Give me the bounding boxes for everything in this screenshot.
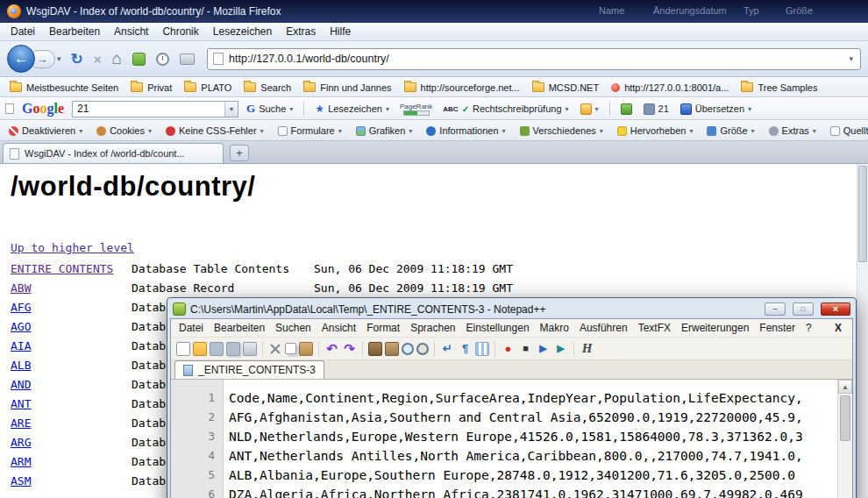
copy-icon[interactable] bbox=[285, 343, 296, 354]
feed-icon[interactable] bbox=[132, 53, 146, 66]
menu-datei[interactable]: Datei bbox=[4, 24, 42, 39]
zoom-out-icon[interactable] bbox=[416, 343, 429, 355]
country-link[interactable]: ALB bbox=[11, 359, 31, 372]
webdev-informationen[interactable]: Informationen▾ bbox=[421, 125, 510, 136]
webdev-quelltext[interactable]: Quelltext▾ bbox=[825, 125, 868, 136]
bookmark-sourceforge[interactable]: http://sourceforge.net... bbox=[398, 82, 526, 93]
code-area[interactable]: Code,Name,Continent,Region,SurfaceArea,I… bbox=[224, 380, 852, 498]
indent-guide-icon[interactable] bbox=[475, 342, 489, 356]
np-menu-format[interactable]: Format bbox=[361, 322, 405, 334]
np-menu-suchen[interactable]: Suchen bbox=[270, 322, 317, 334]
np-menu-bearbeiten[interactable]: Bearbeiten bbox=[209, 322, 270, 334]
country-link[interactable]: ARE bbox=[11, 416, 31, 430]
translate-button[interactable]: Übersetzen▾ bbox=[677, 102, 755, 117]
scroll-up-icon[interactable]: ▲ bbox=[838, 380, 852, 394]
entire-contents-link[interactable]: ENTIRE CONTENTS bbox=[11, 262, 113, 275]
menu-hilfe[interactable]: Hilfe bbox=[323, 24, 358, 39]
print-icon[interactable] bbox=[180, 53, 195, 65]
menu-extras[interactable]: Extras bbox=[279, 24, 323, 39]
bookmark-mcsd-net[interactable]: MCSD.NET bbox=[526, 82, 605, 93]
stop-macro-icon[interactable]: ■ bbox=[518, 341, 533, 356]
word-wrap-icon[interactable]: ↵ bbox=[440, 341, 455, 356]
np-menu-help[interactable]: ? bbox=[800, 322, 817, 334]
webdev-grafiken[interactable]: Grafiken▾ bbox=[351, 125, 418, 136]
undo-icon[interactable]: ↶ bbox=[324, 341, 339, 356]
np-menu-ausfuehren[interactable]: Ausführen bbox=[574, 322, 633, 334]
np-menu-ansicht[interactable]: Ansicht bbox=[317, 322, 361, 334]
stop-button[interactable]: × bbox=[94, 52, 102, 67]
np-menu-datei[interactable]: Datei bbox=[174, 322, 209, 334]
webdev-verschiedenes[interactable]: Verschiedenes▾ bbox=[515, 125, 608, 136]
browser-scrollbar[interactable] bbox=[857, 164, 868, 498]
search-history-dropdown[interactable]: ▾ bbox=[224, 102, 238, 117]
pagerank-indicator[interactable]: PageRank bbox=[397, 103, 435, 116]
maximize-button[interactable]: □ bbox=[793, 302, 814, 316]
play-macro-icon[interactable]: ▶ bbox=[536, 341, 551, 356]
webdev-formulare[interactable]: Formulare▾ bbox=[273, 125, 347, 136]
webdev-deaktivieren[interactable]: Deaktivieren▾ bbox=[4, 125, 88, 136]
google-bookmarks-button[interactable]: ★Lesezeichen▾ bbox=[311, 101, 393, 117]
np-menu-makro[interactable]: Makro bbox=[535, 322, 574, 334]
back-button[interactable]: ← bbox=[7, 45, 35, 73]
paste-icon[interactable] bbox=[299, 342, 313, 356]
country-link[interactable]: AND bbox=[11, 378, 31, 391]
webdev-extras[interactable]: Extras▾ bbox=[764, 125, 822, 136]
location-bar[interactable]: http://127.0.0.1/world-db/country/ ▾ bbox=[207, 48, 861, 70]
cut-icon[interactable] bbox=[268, 342, 282, 356]
webdev-hervorheben[interactable]: Hervorheben▾ bbox=[612, 125, 699, 136]
bookmark-privat[interactable]: Privat bbox=[125, 82, 178, 93]
reload-button[interactable]: ↻ bbox=[71, 50, 83, 68]
close-document-button[interactable]: X bbox=[827, 322, 850, 334]
record-macro-icon[interactable]: ● bbox=[501, 341, 516, 356]
editor-scrollbar[interactable]: ▲ ▼ bbox=[837, 380, 852, 498]
google-search-box[interactable]: 21 ▾ bbox=[72, 101, 238, 117]
notepad-window[interactable]: C:\Users\Martin\AppData\Local\Temp\_ENTI… bbox=[167, 297, 857, 498]
highlight-button[interactable] bbox=[617, 102, 636, 117]
save-icon[interactable] bbox=[210, 342, 224, 356]
print-icon[interactable] bbox=[243, 342, 257, 356]
up-to-higher-level-link[interactable]: Up to higher level bbox=[11, 241, 134, 254]
bookmark-finn-und-jannes[interactable]: Finn und Jannes bbox=[297, 82, 397, 93]
country-link[interactable]: ARG bbox=[11, 436, 31, 449]
webdev-css-fehler[interactable]: Keine CSS-Fehler▾ bbox=[160, 125, 269, 136]
np-menu-textfx[interactable]: TextFX bbox=[633, 322, 676, 334]
spellcheck-button[interactable]: ABC✓Rechtschreibprüfung▾ bbox=[439, 102, 572, 116]
np-menu-einstellungen[interactable]: Einstellungen bbox=[461, 322, 535, 334]
google-search-button[interactable]: GSuche▾ bbox=[243, 100, 296, 117]
country-link[interactable]: ASM bbox=[11, 474, 31, 487]
find-icon[interactable] bbox=[368, 342, 382, 356]
menu-ansicht[interactable]: Ansicht bbox=[107, 24, 155, 39]
history-icon[interactable] bbox=[156, 53, 169, 66]
save-all-icon[interactable] bbox=[226, 342, 240, 356]
country-link[interactable]: AFG bbox=[11, 301, 31, 314]
minimize-button[interactable]: – bbox=[765, 302, 786, 316]
notepad-titlebar[interactable]: C:\Users\Martin\AppData\Local\Temp\_ENTI… bbox=[170, 300, 853, 318]
replace-icon[interactable] bbox=[385, 342, 399, 356]
country-link[interactable]: AGO bbox=[11, 320, 31, 333]
menu-bearbeiten[interactable]: Bearbeiten bbox=[42, 24, 107, 39]
bookmark-localhost-8001[interactable]: http://127.0.0.1:8001/a... bbox=[605, 82, 735, 93]
menu-chronik[interactable]: Chronik bbox=[155, 24, 205, 39]
tab-entire-contents[interactable]: _ENTIRE_CONTENTS-3 bbox=[174, 360, 324, 379]
popup-blocker-button[interactable]: 21 bbox=[640, 102, 672, 117]
bookmark-meistbesuchte-seiten[interactable]: Meistbesuchte Seiten bbox=[4, 82, 125, 93]
webdev-groesse[interactable]: Größe▾ bbox=[701, 125, 759, 136]
location-dropdown-icon[interactable]: ▾ bbox=[847, 54, 855, 63]
np-menu-erweiterungen[interactable]: Erweiterungen bbox=[676, 322, 754, 334]
country-link[interactable]: ANT bbox=[11, 397, 31, 410]
np-menu-sprachen[interactable]: Sprachen bbox=[405, 322, 460, 334]
webdev-cookies[interactable]: Cookies▾ bbox=[91, 125, 157, 136]
bookmark-search[interactable]: Search bbox=[238, 82, 297, 93]
show-all-characters-icon[interactable]: ¶ bbox=[458, 341, 473, 356]
bookmark-plato[interactable]: PLATO bbox=[178, 82, 238, 93]
country-link[interactable]: ARM bbox=[11, 455, 31, 468]
autofill-button[interactable]: ▾ bbox=[577, 102, 602, 117]
menu-lesezeichen[interactable]: Lesezeichen bbox=[206, 24, 279, 39]
html-preview-icon[interactable]: H bbox=[580, 341, 594, 356]
url-text[interactable]: http://127.0.0.1/world-db/country/ bbox=[224, 53, 847, 65]
history-dropdown[interactable]: ▾ bbox=[57, 54, 61, 63]
notepad-editor[interactable]: 1 2 3 4 5 6 Code,Name,Continent,Region,S… bbox=[171, 380, 852, 498]
close-button[interactable]: × bbox=[821, 302, 850, 316]
home-button[interactable]: ⌂ bbox=[112, 49, 122, 68]
tab-wsgidav[interactable]: WsgiDAV - Index of /world-db/count... bbox=[3, 143, 224, 163]
